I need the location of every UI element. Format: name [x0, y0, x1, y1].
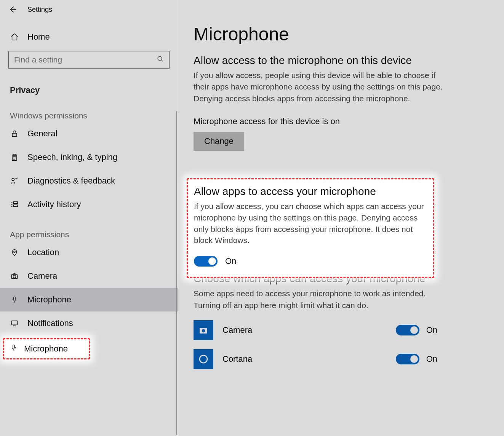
titlebar: Settings — [0, 2, 178, 23]
svg-point-12 — [200, 355, 207, 363]
sidebar: Settings Home Privacy Windows permission… — [0, 0, 178, 436]
group-windows-permissions: Windows permissions — [0, 97, 178, 122]
svg-rect-9 — [12, 321, 18, 325]
sidebar-item-general[interactable]: General — [0, 122, 178, 145]
sidebar-item-diagnostics[interactable]: Diagnostics & feedback — [0, 169, 178, 193]
mic-access-status: Microphone access for this device is on — [194, 117, 489, 126]
svg-point-0 — [158, 56, 162, 61]
vertical-divider — [176, 111, 177, 435]
sidebar-item-label: Location — [27, 248, 59, 257]
app-row-camera: Camera On — [194, 320, 437, 340]
sidebar-item-label: Camera — [27, 271, 57, 281]
search-field[interactable] — [14, 55, 149, 64]
app-name-label: Cortana — [222, 354, 252, 364]
change-button[interactable]: Change — [194, 132, 244, 151]
sidebar-item-notifications[interactable]: Notifications — [0, 311, 178, 335]
sidebar-item-location[interactable]: Location — [0, 241, 178, 264]
lock-icon — [10, 129, 19, 138]
sidebar-item-label: General — [27, 129, 57, 139]
notifications-icon — [10, 319, 19, 327]
section-allow-apps-body: If you allow access, you can choose whic… — [194, 201, 427, 246]
microphone-icon — [10, 343, 17, 355]
svg-rect-1 — [12, 133, 17, 136]
camera-icon — [10, 272, 19, 280]
sidebar-item-camera[interactable]: Camera — [0, 264, 178, 288]
home-icon — [10, 33, 19, 41]
section-allow-device-title: Allow access to the microphone on this d… — [194, 54, 489, 67]
svg-rect-8 — [14, 297, 16, 300]
privacy-heading: Privacy — [0, 75, 178, 97]
toggle-state-label: On — [426, 325, 437, 335]
camera-app-tile-icon — [194, 320, 213, 340]
location-icon — [10, 248, 19, 257]
app-row-cortana: Cortana On — [194, 349, 437, 369]
cortana-app-tile-icon — [194, 349, 213, 369]
sidebar-item-home[interactable]: Home — [0, 23, 178, 51]
search-input[interactable] — [8, 51, 170, 69]
app-name-label: Camera — [222, 325, 252, 335]
microphone-icon — [10, 295, 19, 304]
cortana-toggle[interactable] — [396, 354, 419, 364]
timeline-icon — [10, 200, 19, 209]
sidebar-item-activity[interactable]: Activity history — [0, 193, 178, 216]
page-title: Microphone — [194, 24, 489, 45]
sidebar-item-microphone[interactable]: Microphone — [0, 288, 178, 311]
app-name: Settings — [27, 6, 52, 14]
back-icon[interactable] — [8, 5, 17, 14]
section-choose-apps-body: Some apps need to access your microphone… — [194, 288, 453, 311]
svg-point-7 — [13, 275, 16, 278]
svg-point-5 — [14, 251, 15, 252]
feedback-icon — [10, 177, 19, 185]
group-app-permissions: App permissions — [0, 216, 178, 241]
highlight-sidebar-microphone[interactable]: Microphone — [3, 338, 90, 359]
sidebar-item-label: Notifications — [27, 318, 73, 328]
sidebar-item-label: Microphone — [24, 344, 68, 354]
sidebar-item-label: Activity history — [27, 200, 81, 209]
toggle-state-label: On — [225, 256, 236, 266]
sidebar-item-label: Microphone — [27, 295, 71, 305]
section-allow-apps-title: Allow apps to access your microphone — [194, 185, 427, 198]
search-icon — [157, 55, 164, 64]
svg-rect-13 — [13, 345, 15, 348]
svg-point-4 — [12, 178, 14, 180]
section-allow-device-body: If you allow access, people using this d… — [194, 70, 453, 104]
sidebar-item-label: Home — [27, 32, 50, 42]
clipboard-icon — [10, 153, 19, 161]
svg-point-11 — [202, 329, 205, 332]
allow-apps-toggle[interactable] — [194, 256, 218, 267]
camera-toggle[interactable] — [396, 325, 419, 335]
highlight-allow-apps-section: Allow apps to access your microphone If … — [187, 178, 434, 278]
sidebar-item-speech[interactable]: Speech, inking, & typing — [0, 145, 178, 169]
sidebar-item-label: Diagnostics & feedback — [27, 176, 115, 186]
toggle-state-label: On — [426, 354, 437, 364]
sidebar-item-label: Speech, inking, & typing — [27, 152, 117, 162]
